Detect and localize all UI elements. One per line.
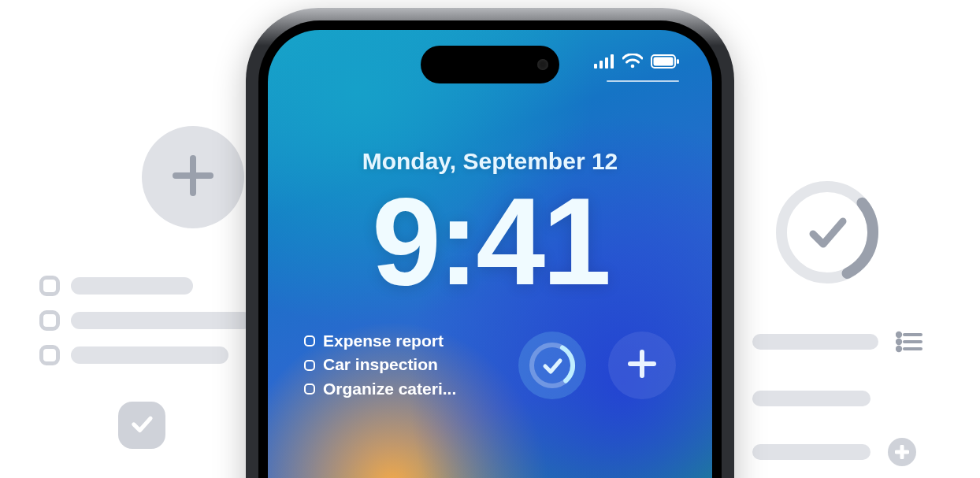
plus-icon bbox=[169, 152, 217, 202]
checkbox-icon bbox=[304, 360, 315, 371]
svg-rect-13 bbox=[600, 61, 603, 69]
complete-task-widget[interactable] bbox=[518, 332, 586, 399]
todo-item: Car inspection bbox=[304, 353, 456, 376]
svg-rect-15 bbox=[611, 54, 614, 69]
decor-add-circle bbox=[142, 126, 244, 228]
dynamic-island bbox=[421, 46, 559, 83]
status-bar bbox=[594, 54, 679, 69]
todo-list-widget[interactable]: Expense report Car inspection Organize c… bbox=[304, 329, 456, 401]
battery-full-icon bbox=[651, 54, 679, 69]
checkmark-icon bbox=[528, 341, 577, 390]
todo-item: Organize cateri... bbox=[304, 377, 456, 401]
wifi-icon bbox=[622, 54, 643, 69]
plus-icon bbox=[888, 438, 916, 466]
svg-rect-18 bbox=[654, 57, 674, 66]
lockscreen-time: 9:41 bbox=[268, 170, 712, 313]
svg-point-8 bbox=[897, 347, 900, 350]
todo-item-label: Expense report bbox=[323, 329, 444, 353]
decor-task-list-right bbox=[752, 331, 957, 466]
checkbox-icon bbox=[304, 335, 315, 346]
status-bar-focus-indicator bbox=[607, 80, 679, 82]
checkmark-icon bbox=[128, 410, 155, 440]
lockscreen[interactable]: Monday, September 12 9:41 Expense report… bbox=[268, 30, 712, 478]
cellular-signal-icon bbox=[594, 54, 614, 69]
decor-task-list-left bbox=[39, 276, 260, 380]
checkbox-icon bbox=[304, 384, 315, 395]
decor-progress-check bbox=[772, 177, 882, 287]
add-task-widget[interactable] bbox=[608, 332, 676, 399]
plus-icon bbox=[625, 347, 659, 384]
iphone-frame: Monday, September 12 9:41 Expense report… bbox=[246, 8, 734, 478]
svg-rect-12 bbox=[594, 64, 597, 69]
svg-rect-19 bbox=[677, 59, 679, 64]
svg-point-16 bbox=[631, 65, 635, 69]
decor-check-chip bbox=[118, 402, 165, 449]
list-icon bbox=[896, 331, 922, 353]
todo-item: Expense report bbox=[304, 329, 456, 353]
svg-rect-14 bbox=[605, 57, 608, 69]
todo-item-label: Organize cateri... bbox=[323, 377, 456, 401]
svg-point-6 bbox=[897, 340, 900, 343]
svg-point-4 bbox=[897, 333, 900, 336]
checkmark-icon bbox=[772, 177, 882, 287]
todo-item-label: Car inspection bbox=[323, 353, 438, 376]
